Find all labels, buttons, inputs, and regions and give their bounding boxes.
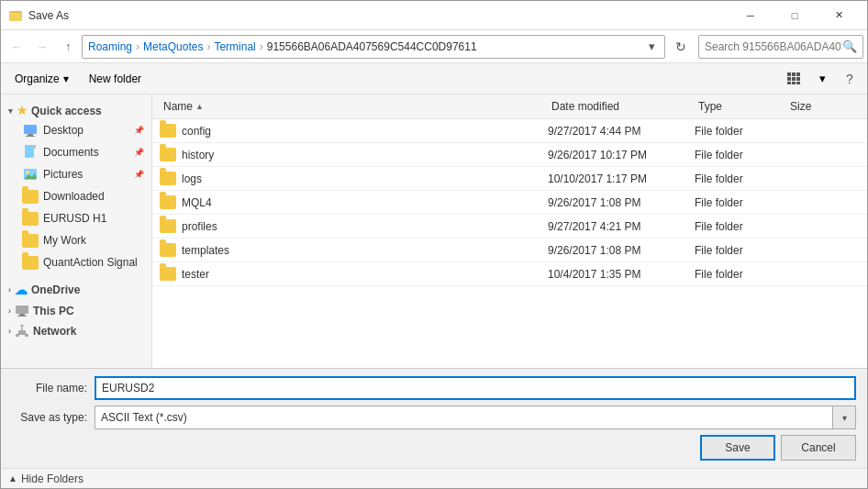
- quickaccess-star-icon: ★: [17, 104, 28, 117]
- sidebar-item-desktop[interactable]: Desktop 📌: [1, 119, 151, 141]
- file-modified: 9/26/2017 1:08 PM: [548, 244, 695, 257]
- file-list-header: Name ▲ Date modified Type Size: [152, 94, 867, 119]
- search-icon[interactable]: 🔍: [842, 39, 857, 53]
- organize-button[interactable]: Organize ▾: [6, 67, 77, 91]
- pictures-pin: 📌: [134, 170, 144, 179]
- mywork-icon: [23, 233, 38, 248]
- breadcrumb-metaquotes[interactable]: MetaQuotes: [143, 40, 203, 53]
- maximize-button[interactable]: □: [773, 1, 816, 30]
- sidebar-item-pictures[interactable]: Pictures 📌: [1, 163, 151, 185]
- svg-rect-25: [25, 334, 28, 337]
- file-name-cell: logs: [160, 170, 548, 187]
- back-button[interactable]: ←: [5, 35, 28, 59]
- col-type-label: Type: [698, 100, 722, 113]
- table-row[interactable]: profiles 9/27/2017 4:21 PM File folder: [152, 215, 867, 239]
- eurusd-icon: [23, 211, 38, 226]
- desktop-icon: [23, 123, 38, 138]
- sidebar-item-documents[interactable]: Documents 📌: [1, 141, 151, 163]
- file-name: MQL4: [182, 196, 212, 209]
- file-list: Name ▲ Date modified Type Size config 9: [152, 94, 867, 368]
- sidebar-section-network[interactable]: › Network: [1, 319, 151, 339]
- file-name-cell: config: [160, 122, 548, 139]
- col-modified-header[interactable]: Date modified: [548, 98, 695, 115]
- minimize-button[interactable]: ─: [729, 1, 772, 30]
- file-modified: 9/27/2017 4:44 PM: [548, 125, 695, 138]
- quickaccess-label: Quick access: [31, 105, 102, 117]
- table-row[interactable]: templates 9/26/2017 1:08 PM File folder: [152, 239, 867, 262]
- new-folder-button[interactable]: New folder: [81, 67, 150, 91]
- file-name-cell: templates: [160, 241, 548, 259]
- thispc-chevron: ›: [8, 306, 11, 316]
- folder-icon: [160, 172, 176, 185]
- col-name-header[interactable]: Name ▲: [160, 98, 548, 115]
- folder-icon: [160, 124, 176, 138]
- desktop-pin: 📌: [134, 126, 144, 135]
- close-button[interactable]: ✕: [818, 1, 860, 30]
- savetype-row: Save as type: ASCII Text (*.csv) CSV Fil…: [12, 406, 856, 429]
- new-folder-label: New folder: [89, 72, 141, 85]
- search-input[interactable]: [705, 40, 842, 53]
- folder-icon: [160, 267, 176, 281]
- col-type-header[interactable]: Type: [695, 98, 786, 115]
- filename-label: File name:: [12, 382, 95, 395]
- hide-folders-button[interactable]: ▲ Hide Folders: [8, 472, 83, 485]
- onedrive-chevron: ›: [8, 285, 11, 295]
- up-button[interactable]: ↑: [56, 35, 80, 59]
- file-name: history: [182, 149, 214, 161]
- svg-rect-20: [16, 306, 28, 314]
- save-button[interactable]: Save: [700, 435, 775, 461]
- sidebar-section-onedrive[interactable]: › ☁ OneDrive: [1, 277, 151, 299]
- help-button[interactable]: ?: [838, 67, 862, 91]
- status-bar: ▲ Hide Folders: [1, 468, 867, 488]
- eurusd-label: EURUSD H1: [43, 212, 106, 225]
- file-type: File folder: [695, 196, 786, 209]
- savetype-label: Save as type:: [12, 411, 95, 424]
- main-area: ▾ ★ Quick access Desktop 📌 Documents 📌: [1, 94, 867, 368]
- cancel-button[interactable]: Cancel: [781, 435, 856, 461]
- table-row[interactable]: tester 10/4/2017 1:35 PM File folder: [152, 262, 867, 286]
- file-modified: 9/27/2017 4:21 PM: [548, 220, 695, 233]
- bottom-form: File name: Save as type: ASCII Text (*.c…: [1, 368, 867, 468]
- table-row[interactable]: history 9/26/2017 10:17 PM File folder: [152, 143, 867, 167]
- breadcrumb-dropdown[interactable]: ▾: [644, 35, 659, 59]
- breadcrumb-roaming[interactable]: Roaming: [88, 40, 132, 53]
- breadcrumb-current: 915566BA06ADA407569C544CC0D97611: [267, 40, 477, 53]
- sidebar-item-downloaded[interactable]: Downloaded: [1, 185, 151, 207]
- breadcrumb-content: Roaming › MetaQuotes › Terminal › 915566…: [88, 40, 644, 53]
- col-size-header[interactable]: Size: [786, 98, 860, 115]
- hide-folders-label: Hide Folders: [21, 472, 83, 485]
- sidebar-section-quickaccess[interactable]: ▾ ★ Quick access: [1, 98, 151, 119]
- sidebar-item-mywork[interactable]: My Work: [1, 229, 151, 251]
- sidebar-section-thispc[interactable]: › This PC: [1, 299, 151, 319]
- file-rows: config 9/27/2017 4:44 PM File folder his…: [152, 119, 867, 286]
- view-dropdown-button[interactable]: ▾: [810, 67, 834, 91]
- table-row[interactable]: logs 10/10/2017 1:17 PM File folder: [152, 167, 867, 191]
- onedrive-icon: ☁: [15, 283, 28, 297]
- file-type: File folder: [695, 149, 786, 161]
- breadcrumb-terminal[interactable]: Terminal: [214, 40, 255, 53]
- folder-icon: [160, 148, 176, 161]
- quant-label: QuantAction Signal: [43, 256, 138, 269]
- svg-rect-1: [9, 13, 22, 21]
- sidebar-item-quant[interactable]: QuantAction Signal: [1, 251, 151, 273]
- title-bar: Save As ─ □ ✕: [1, 1, 867, 30]
- savetype-select[interactable]: ASCII Text (*.csv) CSV Files (*.csv) All…: [95, 406, 856, 429]
- svg-rect-22: [17, 316, 27, 317]
- table-row[interactable]: MQL4 9/26/2017 1:08 PM File folder: [152, 191, 867, 215]
- documents-icon: [23, 145, 38, 160]
- svg-rect-10: [796, 82, 800, 84]
- view-options-button[interactable]: [783, 67, 807, 91]
- col-modified-label: Date modified: [551, 100, 619, 113]
- forward-button[interactable]: →: [30, 35, 54, 59]
- svg-point-29: [20, 325, 24, 327]
- file-name-cell: tester: [160, 265, 548, 283]
- sidebar-item-eurusd[interactable]: EURUSD H1: [1, 207, 151, 229]
- filename-input[interactable]: [95, 376, 856, 400]
- network-label: Network: [33, 325, 76, 338]
- file-name-cell: profiles: [160, 217, 548, 235]
- table-row[interactable]: config 9/27/2017 4:44 PM File folder: [152, 119, 867, 143]
- file-type: File folder: [695, 268, 786, 281]
- onedrive-label: OneDrive: [31, 283, 80, 296]
- file-name: templates: [182, 244, 229, 257]
- refresh-button[interactable]: ↻: [669, 35, 693, 59]
